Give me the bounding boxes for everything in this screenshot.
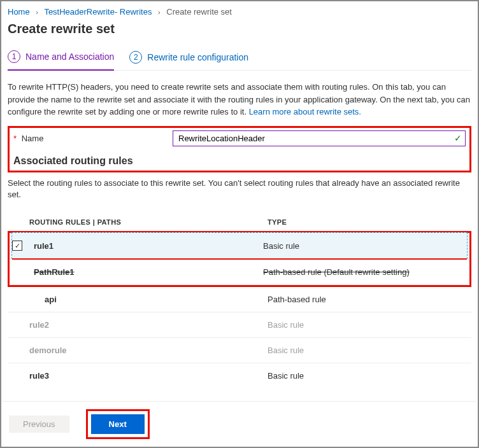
- breadcrumb-parent[interactable]: TestHeaderRewrite- Rewrites: [44, 7, 152, 17]
- next-button[interactable]: Next: [91, 414, 145, 434]
- rule-name: demorule: [27, 346, 268, 355]
- table-row[interactable]: ✓ rule1 Basic rule: [11, 232, 468, 260]
- table-row[interactable]: api Path-based rule: [8, 287, 471, 312]
- rule-name: rule3: [27, 371, 268, 381]
- page-title: Create rewrite set: [8, 22, 471, 36]
- name-input[interactable]: [173, 130, 466, 146]
- rule-type: Path-based rule (Default rewrite setting…: [263, 267, 467, 277]
- table-row[interactable]: demorule Basic rule: [8, 338, 471, 363]
- table-row[interactable]: rule2 Basic rule: [8, 312, 471, 338]
- checkbox[interactable]: ✓: [12, 241, 22, 251]
- tab-name-association[interactable]: 1 Name and Association: [8, 46, 114, 71]
- rule-name: rule2: [27, 320, 268, 330]
- tab-step-number: 1: [8, 50, 20, 63]
- name-field-label: * Name: [13, 134, 173, 143]
- column-header-type: TYPE: [268, 218, 471, 226]
- rule-type: Path-based rule: [268, 295, 471, 304]
- tab-rewrite-rule-config[interactable]: 2 Rewrite rule configuration: [129, 46, 248, 70]
- rule-name: api: [27, 295, 268, 304]
- column-header-rules: ROUTING RULES | PATHS: [27, 218, 268, 226]
- routing-rules-table: ROUTING RULES | PATHS TYPE ✓ rule1 Basic…: [8, 213, 471, 389]
- description-text: To rewrite HTTP(S) headers, you need to …: [8, 81, 471, 118]
- wizard-footer: Previous Next: [3, 401, 476, 447]
- learn-more-link[interactable]: Learn more about rewrite sets.: [249, 107, 361, 116]
- highlight-next-button: Next: [86, 409, 150, 439]
- associated-rules-heading: Associated routing rules: [13, 155, 466, 167]
- required-asterisk: *: [13, 134, 17, 143]
- highlight-region-top: * Name ✓ Associated routing rules: [8, 126, 471, 172]
- previous-button[interactable]: Previous: [9, 416, 69, 433]
- tab-step-number: 2: [129, 51, 142, 64]
- checkmark-icon: ✓: [454, 133, 462, 143]
- wizard-tabs: 1 Name and Association 2 Rewrite rule co…: [8, 46, 471, 71]
- table-row[interactable]: PathRule1 Path-based rule (Default rewri…: [12, 258, 467, 285]
- tab-label: Rewrite rule configuration: [147, 52, 248, 62]
- rule-type: Basic rule: [268, 346, 471, 355]
- associated-rules-description: Select the routing rules to associate to…: [8, 178, 471, 200]
- rule-name: rule1: [31, 241, 263, 251]
- breadcrumb-home[interactable]: Home: [8, 7, 30, 17]
- breadcrumb: Home › TestHeaderRewrite- Rewrites › Cre…: [8, 6, 471, 22]
- chevron-right-icon: ›: [36, 8, 38, 16]
- rule-type: Basic rule: [268, 320, 471, 330]
- rule-name: PathRule1: [31, 267, 263, 277]
- tab-label: Name and Association: [25, 52, 114, 62]
- table-row[interactable]: rule3 Basic rule: [8, 363, 471, 388]
- breadcrumb-current: Create rewrite set: [166, 7, 232, 17]
- rule-type: Basic rule: [268, 371, 471, 381]
- rule-type: Basic rule: [263, 241, 467, 251]
- chevron-right-icon: ›: [158, 8, 161, 16]
